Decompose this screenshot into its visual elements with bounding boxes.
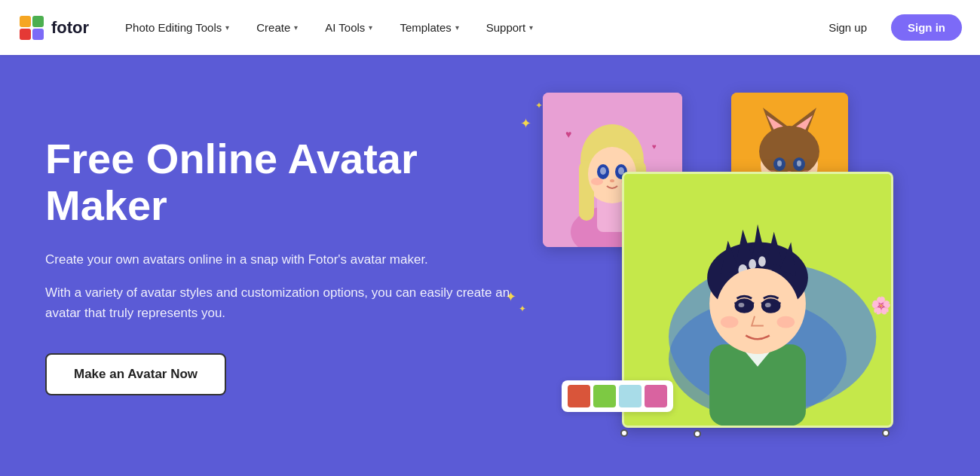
svg-rect-1: [20, 16, 31, 27]
nav-item-ai-tools[interactable]: AI Tools ▾: [313, 15, 384, 40]
color-palette: [562, 380, 673, 412]
nav-item-create-label: Create: [256, 21, 290, 34]
nav-item-support[interactable]: Support ▾: [474, 15, 546, 40]
resize-handle-br[interactable]: [882, 429, 890, 437]
chevron-down-icon: ▾: [369, 23, 372, 32]
hero-desc2: With a variety of avatar styles and cust…: [45, 282, 528, 323]
svg-text:♥: ♥: [652, 142, 657, 151]
hero-visuals: ✦ ✦ ✦ ✦: [498, 55, 980, 476]
hero-section: Free Online Avatar Maker Create your own…: [0, 55, 980, 476]
svg-point-52: [738, 303, 744, 307]
color-swatch-blue: [619, 385, 642, 407]
nav-item-support-label: Support: [486, 21, 526, 34]
svg-point-47: [749, 259, 756, 270]
nav-item-photo-editing-label: Photo Editing Tools: [125, 21, 222, 34]
color-swatch-green: [593, 385, 616, 407]
navbar: fotor Photo Editing Tools ▾ Create ▾ AI …: [0, 0, 980, 55]
resize-handle-bc[interactable]: [694, 430, 701, 438]
logo-text: fotor: [51, 18, 89, 38]
color-swatch-pink: [645, 385, 667, 407]
color-swatch-orange: [568, 385, 590, 407]
nav-item-ai-tools-label: AI Tools: [325, 21, 365, 34]
nav-item-templates[interactable]: Templates ▾: [387, 15, 470, 40]
hero-content: Free Online Avatar Maker Create your own…: [45, 136, 528, 395]
star-decoration-small: ✦: [535, 100, 543, 111]
svg-rect-4: [32, 29, 44, 40]
signin-button[interactable]: Sign in: [891, 14, 962, 41]
svg-point-18: [591, 178, 603, 185]
svg-rect-3: [20, 29, 31, 40]
logo[interactable]: fotor: [18, 14, 89, 41]
chevron-down-icon: ▾: [529, 23, 533, 32]
svg-point-15: [600, 167, 606, 175]
fotor-logo-icon: [18, 14, 45, 41]
svg-rect-2: [32, 16, 44, 27]
hero-title: Free Online Avatar Maker: [45, 136, 528, 228]
nav-actions: Sign up Sign in: [813, 14, 962, 41]
resize-handle-bl[interactable]: [620, 429, 628, 437]
svg-point-48: [758, 256, 766, 267]
svg-point-55: [777, 316, 795, 328]
hero-desc1: Create your own avatars online in a snap…: [45, 249, 528, 270]
chevron-down-icon: ▾: [294, 23, 298, 32]
signup-button[interactable]: Sign up: [813, 14, 882, 41]
svg-point-49: [716, 268, 799, 354]
svg-text:♥: ♥: [565, 128, 571, 140]
svg-point-30: [759, 126, 819, 177]
svg-point-33: [777, 160, 782, 166]
svg-point-34: [797, 160, 801, 166]
nav-item-create[interactable]: Create ▾: [244, 15, 310, 40]
chevron-down-icon: ▾: [455, 23, 459, 32]
svg-point-53: [765, 303, 771, 307]
nav-item-templates-label: Templates: [400, 21, 451, 34]
svg-point-17: [610, 179, 614, 182]
flower-decoration: 🌸: [871, 296, 891, 316]
svg-point-54: [721, 316, 739, 328]
star-decoration: ✦: [520, 115, 531, 132]
cta-button[interactable]: Make an Avatar Now: [45, 353, 226, 395]
nav-links: Photo Editing Tools ▾ Create ▾ AI Tools …: [113, 15, 813, 40]
nav-item-photo-editing[interactable]: Photo Editing Tools ▾: [113, 15, 241, 40]
chevron-down-icon: ▾: [225, 23, 229, 32]
